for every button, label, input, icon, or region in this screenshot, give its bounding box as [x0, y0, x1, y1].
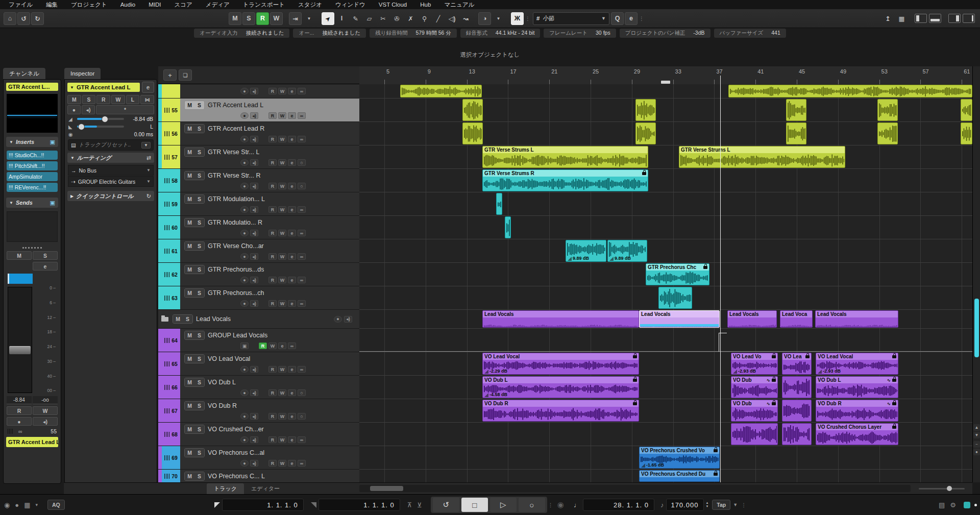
track-row-70[interactable]: 70MSVO Prechorus C... L	[158, 470, 359, 482]
track-color-block[interactable]: 66	[162, 376, 180, 399]
read-automation-icon[interactable]: R	[268, 136, 277, 142]
track-mute-button[interactable]: M	[185, 425, 194, 433]
record-button[interactable]: ○	[519, 498, 545, 512]
track-row-54[interactable]: ●◂)RWe∞	[158, 84, 359, 99]
tap-tempo-button[interactable]: Tap	[712, 500, 730, 510]
split-tool[interactable]: ✂	[377, 12, 389, 25]
menu-item-VST Cloud[interactable]: VST Cloud	[372, 1, 413, 8]
track-row-55[interactable]: 55MSGTR Accent Lead L●◂)RWe∞	[158, 99, 359, 122]
delay-slider[interactable]	[77, 133, 124, 135]
monitor-icon[interactable]: ◂)	[250, 413, 258, 420]
channel-config-icon[interactable]: ○	[298, 413, 306, 420]
menu-item-プロジェクト[interactable]: プロジェクト	[64, 1, 114, 9]
vertical-scroll-handle[interactable]	[974, 299, 979, 357]
write-automation-icon[interactable]: W	[278, 159, 286, 166]
track-name[interactable]: GTR Accent Lead L	[208, 102, 263, 109]
input-routing-select[interactable]: → No Bus ▼	[68, 165, 154, 176]
track-mute-button[interactable]: M	[185, 472, 194, 480]
read-automation-icon[interactable]: R	[268, 277, 277, 283]
track-color-block[interactable]: 59	[162, 192, 180, 215]
record-arm-icon[interactable]: ●	[240, 136, 249, 142]
track-solo-button[interactable]: S	[194, 289, 204, 297]
read-automation-icon[interactable]: R	[268, 230, 277, 236]
audio-event-lead-vocals[interactable]: Lead Vocals	[639, 310, 720, 328]
channel-read-button[interactable]: R	[7, 406, 32, 415]
track-color-block[interactable]: 61	[162, 239, 180, 262]
menu-item-トランスポート[interactable]: トランスポート	[236, 1, 291, 9]
object-selection-tool[interactable]: ➤	[322, 12, 334, 25]
volume-value[interactable]: -8.84 dB	[127, 116, 153, 122]
add-track-button[interactable]: +	[163, 69, 177, 81]
mixer-icon[interactable]: ▦	[24, 501, 30, 509]
track-row-59[interactable]: 59MSGTR Modulation... L●◂)RWe∞	[158, 192, 359, 216]
track-color-block[interactable]: 64	[162, 329, 180, 352]
audio-event-vo-dub-l[interactable]: VO Dub L-4.58 dB	[482, 376, 639, 398]
insert-slot[interactable]: !!! REVerenc...!!	[7, 183, 58, 192]
track-mute-button[interactable]: M	[185, 171, 194, 180]
read-automation-icon[interactable]: R	[268, 436, 277, 443]
color-tool[interactable]: ◑	[478, 12, 491, 25]
track-solo-button[interactable]: S	[194, 171, 204, 180]
edit-channel-icon[interactable]: e	[288, 460, 296, 467]
vertical-zoom-out-button[interactable]: −	[973, 441, 980, 448]
audio-event-gtr-prechorus-chc[interactable]: GTR Prechorus Chc	[646, 263, 709, 285]
tab-track[interactable]: トラック	[207, 483, 244, 494]
inserts-section-header[interactable]: ▼ Inserts ▣	[6, 137, 58, 147]
tab-editor[interactable]: エディター	[244, 483, 287, 494]
write-automation-button[interactable]: W	[270, 12, 283, 25]
output-routing-select[interactable]: ⇢ GROUP Electric Guitars ▼	[68, 176, 154, 187]
edit-channel-icon[interactable]: e	[278, 342, 286, 349]
audio-event-vo-dub[interactable]: VO Dub∿	[731, 400, 778, 422]
sends-section-header[interactable]: ▼ Sends ▣	[6, 198, 58, 208]
audio-event[interactable]	[877, 122, 898, 144]
track-row-66[interactable]: 66MSVO Dub L●◂)RWe○	[158, 376, 359, 399]
hub-button[interactable]: ⌂	[4, 12, 16, 25]
audio-quantize-button[interactable]: AQ	[47, 500, 65, 510]
track-name[interactable]: GTR Prechorus...ds	[208, 266, 264, 273]
horizontal-scrollbar[interactable]	[359, 485, 911, 492]
edit-channel-icon[interactable]: e	[288, 277, 296, 283]
channel-config-icon[interactable]: ∞	[298, 253, 306, 260]
audio-event-lead-voca[interactable]: Lead Voca	[780, 310, 813, 328]
track-name[interactable]: GTR Accent Lead R	[208, 125, 264, 132]
edit-channel-icon[interactable]: e	[288, 413, 296, 420]
write-automation-icon[interactable]: W	[278, 230, 286, 236]
track-color-block[interactable]: 67	[162, 399, 180, 422]
channel-mute-button[interactable]: M	[7, 251, 32, 260]
track-name[interactable]: GROUP Lead Vocals	[208, 332, 267, 339]
chevron-down-icon[interactable]: ▼	[733, 502, 738, 507]
track-solo-button[interactable]: S	[194, 242, 204, 250]
track-color-block[interactable]: 60	[162, 216, 180, 239]
transport-setup-gear-icon[interactable]: ⚙	[950, 501, 956, 509]
snap-options-icon[interactable]: ⋮	[525, 16, 531, 21]
audio-event[interactable]: 9.89 dB	[566, 240, 606, 262]
right-locator-field[interactable]: 1. 1. 1. 0	[318, 499, 400, 511]
track-solo-button[interactable]: S	[194, 218, 204, 227]
quantize-button[interactable]: Q	[611, 12, 624, 25]
track-name[interactable]: GTR Modulatio... R	[208, 219, 262, 226]
track-row-60[interactable]: 60MSGTR Modulatio... R●◂)RWe∞	[158, 216, 359, 239]
track-mute-button[interactable]: M	[185, 289, 194, 297]
insert-slot[interactable]: !!! PitchShift...!!	[7, 161, 58, 170]
audio-event-vo-dub-r[interactable]: VO Dub R	[482, 400, 639, 422]
record-arm-icon[interactable]: ●	[240, 277, 249, 283]
undo-button[interactable]: ↺	[17, 12, 30, 25]
monitor-icon[interactable]: ◂)	[250, 183, 258, 189]
edit-channel-icon[interactable]: e	[288, 183, 296, 189]
track-name[interactable]: GTR Modulation... L	[208, 195, 265, 203]
volume-slider[interactable]	[77, 118, 124, 120]
write-automation-icon[interactable]: W	[268, 342, 277, 349]
audio-event[interactable]	[786, 122, 806, 144]
menu-item-ウィンドウ[interactable]: ウィンドウ	[329, 1, 372, 9]
track-name[interactable]: GTR Verse Str... R	[208, 172, 261, 179]
track-color-block[interactable]: 57	[162, 145, 180, 168]
read-automation-icon[interactable]: R	[268, 183, 277, 189]
audio-event-gtr-verse-strums-l[interactable]: GTR Verse Strums L	[679, 146, 845, 168]
menu-item-Audio[interactable]: Audio	[114, 1, 142, 8]
record-arm-icon[interactable]: ●	[240, 366, 249, 373]
inspector-solo-button[interactable]: S	[82, 95, 96, 104]
play-button[interactable]: ▷	[490, 498, 517, 512]
track-name[interactable]: VO Crushed Ch...er	[208, 426, 264, 433]
punch-out-icon[interactable]: ⊻	[417, 501, 422, 509]
monitor-icon[interactable]: ◂)	[250, 436, 258, 443]
